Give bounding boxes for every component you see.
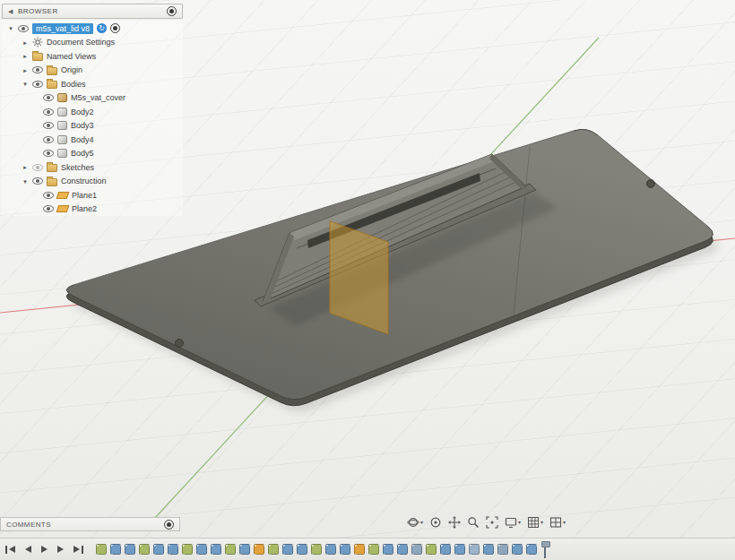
tree-expand-arrow[interactable]: ▸ bbox=[22, 39, 29, 46]
browser-item-label[interactable]: Body3 bbox=[71, 121, 94, 130]
tree-expand-arrow[interactable]: ▸ bbox=[22, 67, 29, 73]
step-forward-button[interactable] bbox=[56, 544, 65, 555]
browser-item-body[interactable]: Body2 bbox=[2, 105, 183, 119]
browser-item-named-views[interactable]: ▸ Named Views bbox=[2, 49, 183, 64]
timeline-feature-icon[interactable] bbox=[168, 544, 178, 555]
timeline-feature-icon[interactable] bbox=[139, 544, 150, 555]
browser-item-plane[interactable]: Plane2 bbox=[2, 202, 183, 217]
orbit-button[interactable]: ▾ bbox=[405, 515, 425, 530]
browser-item-label[interactable]: Body5 bbox=[71, 149, 94, 158]
browser-item-body[interactable]: Body5 bbox=[2, 147, 183, 161]
step-back-button[interactable] bbox=[23, 544, 33, 555]
timeline-feature-icon[interactable] bbox=[153, 544, 164, 555]
notch-cutout bbox=[647, 180, 655, 188]
timeline-feature-icon[interactable] bbox=[311, 544, 322, 555]
timeline-feature-icon[interactable] bbox=[268, 544, 279, 555]
tree-expand-arrow[interactable]: ▾ bbox=[22, 81, 29, 87]
go-to-end-button[interactable] bbox=[72, 544, 85, 556]
browser-item-label[interactable]: Document Settings bbox=[47, 38, 115, 47]
browser-item-label[interactable]: Plane1 bbox=[72, 191, 97, 200]
browser-panel-header[interactable]: ◀ BROWSER bbox=[2, 4, 183, 19]
browser-item-body[interactable]: Body4 bbox=[2, 133, 183, 147]
panel-options-icon[interactable] bbox=[167, 6, 177, 16]
tree-expand-arrow[interactable]: ▸ bbox=[22, 53, 29, 59]
tree-expand-arrow[interactable]: ▾ bbox=[22, 178, 29, 185]
timeline-feature-icon[interactable] bbox=[454, 544, 465, 555]
visibility-eye-icon[interactable] bbox=[32, 177, 43, 185]
timeline-feature-icon[interactable] bbox=[340, 544, 350, 555]
visibility-eye-icon[interactable] bbox=[43, 192, 54, 199]
browser-item-label[interactable]: Sketches bbox=[61, 163, 94, 172]
tree-expand-arrow[interactable]: ▾ bbox=[7, 25, 14, 31]
timeline-feature-icon[interactable] bbox=[211, 544, 221, 555]
browser-item-label[interactable]: Construction bbox=[61, 177, 107, 185]
browser-item-label[interactable]: M5s_vat_cover bbox=[71, 93, 125, 102]
timeline-feature-icon[interactable] bbox=[440, 544, 451, 555]
visibility-eye-icon[interactable] bbox=[43, 122, 54, 129]
go-to-start-button[interactable] bbox=[4, 544, 17, 556]
timeline-feature-icon[interactable] bbox=[282, 544, 293, 555]
timeline-feature-icon[interactable] bbox=[354, 544, 365, 555]
sync-status-icon[interactable]: ↻ bbox=[97, 23, 107, 33]
display-settings-button[interactable]: ▾ bbox=[503, 515, 523, 530]
play-button[interactable] bbox=[39, 544, 49, 555]
timeline-feature-icon[interactable] bbox=[368, 544, 379, 555]
pan-button[interactable] bbox=[446, 515, 463, 530]
look-at-button[interactable] bbox=[428, 515, 444, 530]
visibility-eye-icon[interactable] bbox=[43, 108, 54, 116]
timeline-feature-icon[interactable] bbox=[225, 544, 236, 555]
visibility-eye-icon[interactable] bbox=[43, 205, 54, 212]
collapse-panel-icon[interactable]: ◀ bbox=[8, 8, 13, 14]
timeline-position-marker[interactable] bbox=[541, 541, 549, 558]
timeline-feature-icon[interactable] bbox=[254, 544, 264, 555]
viewports-button[interactable]: ▾ bbox=[548, 515, 567, 530]
timeline-feature-icon[interactable] bbox=[196, 544, 207, 555]
zoom-button[interactable] bbox=[465, 515, 481, 530]
visibility-eye-icon[interactable] bbox=[43, 150, 54, 157]
timeline-feature-icon[interactable] bbox=[426, 544, 437, 555]
browser-item-sketches[interactable]: ▸ Sketches bbox=[2, 160, 183, 175]
browser-item-label[interactable]: Origin bbox=[61, 65, 82, 74]
timeline-feature-icon[interactable] bbox=[483, 544, 494, 555]
comments-options-icon[interactable] bbox=[164, 520, 174, 530]
visibility-eye-icon[interactable] bbox=[18, 25, 29, 32]
fit-button[interactable] bbox=[484, 515, 500, 530]
browser-item-label[interactable]: m5s_vat_lid v8 bbox=[32, 23, 93, 34]
timeline-feature-icon[interactable] bbox=[512, 544, 523, 555]
visibility-eye-icon[interactable] bbox=[32, 81, 43, 88]
browser-item-label[interactable]: Body4 bbox=[71, 135, 94, 144]
timeline-feature-icon[interactable] bbox=[182, 544, 193, 555]
browser-item-body[interactable]: Body3 bbox=[2, 119, 183, 134]
selection-target-icon[interactable] bbox=[110, 23, 120, 33]
timeline-feature-icon[interactable] bbox=[239, 544, 250, 555]
browser-item-label[interactable]: Named Views bbox=[47, 52, 96, 61]
visibility-eye-icon[interactable] bbox=[32, 66, 43, 73]
tree-expand-arrow[interactable]: ▸ bbox=[22, 164, 29, 170]
comments-panel-header[interactable]: COMMENTS bbox=[0, 517, 180, 531]
timeline-feature-icon[interactable] bbox=[411, 544, 422, 555]
browser-item-label[interactable]: Body2 bbox=[71, 108, 94, 116]
timeline-feature-icon[interactable] bbox=[497, 544, 508, 555]
visibility-eye-icon[interactable] bbox=[43, 94, 54, 101]
timeline-feature-icon[interactable] bbox=[110, 544, 121, 555]
timeline-feature-icon[interactable] bbox=[297, 544, 307, 555]
visibility-eye-icon[interactable] bbox=[32, 164, 43, 171]
timeline-feature-icon[interactable] bbox=[325, 544, 336, 555]
browser-item-bodies[interactable]: ▾ Bodies bbox=[2, 77, 183, 91]
timeline-feature-icon[interactable] bbox=[397, 544, 408, 555]
timeline-feature-icon[interactable] bbox=[383, 544, 393, 555]
visibility-eye-icon[interactable] bbox=[43, 136, 54, 143]
timeline-feature-icon[interactable] bbox=[469, 544, 480, 555]
browser-item-body[interactable]: M5s_vat_cover bbox=[2, 91, 183, 106]
timeline-feature-icon[interactable] bbox=[125, 544, 135, 555]
grid-and-snaps-button[interactable]: ▾ bbox=[525, 515, 545, 530]
browser-item-root[interactable]: ▾ m5s_vat_lid v8 ↻ bbox=[2, 22, 183, 36]
browser-item-plane[interactable]: Plane1 bbox=[2, 188, 183, 202]
browser-item-label[interactable]: Plane2 bbox=[72, 204, 97, 213]
browser-item-origin[interactable]: ▸ Origin bbox=[2, 64, 183, 78]
browser-item-document-settings[interactable]: ▸ Document Settings bbox=[2, 36, 183, 50]
timeline-feature-icon[interactable] bbox=[526, 544, 537, 555]
browser-item-label[interactable]: Bodies bbox=[61, 80, 86, 89]
browser-item-construction[interactable]: ▾ Construction bbox=[2, 175, 183, 189]
timeline-feature-icon[interactable] bbox=[96, 544, 107, 555]
